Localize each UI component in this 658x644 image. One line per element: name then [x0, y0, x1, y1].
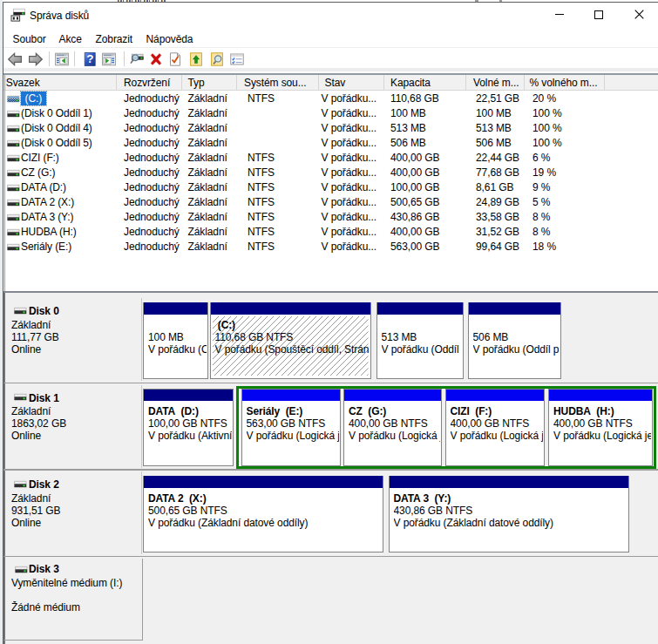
svg-text:?: ? — [86, 52, 93, 65]
